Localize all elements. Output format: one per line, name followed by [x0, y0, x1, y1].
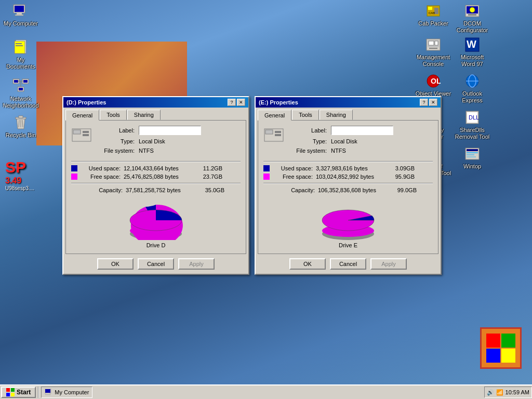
- apply-button-d[interactable]: Apply: [178, 258, 215, 270]
- desktop-icon-label: Wintop: [454, 163, 490, 170]
- used-space-label-e: Used space:: [272, 165, 316, 171]
- svg-text:DLL: DLL: [469, 114, 479, 121]
- ok-button-d[interactable]: OK: [97, 258, 134, 270]
- filesystem-row: File system: NTFS: [97, 148, 241, 154]
- disk-info-rows-e: Label: Type: Local Disk File system: NTF…: [289, 126, 433, 157]
- free-space-bytes-e: 103,024,852,992 bytes: [316, 174, 389, 180]
- filesystem-label: File system:: [97, 148, 139, 154]
- tab-tools[interactable]: Tools: [100, 110, 127, 120]
- type-label-e: Type:: [289, 138, 331, 144]
- svg-rect-21: [19, 116, 23, 118]
- filesystem-label-e: File system:: [289, 148, 331, 154]
- dialog-e-titlebar: (E:) Properties ? ✕: [256, 97, 441, 108]
- label-row: Label:: [97, 126, 241, 135]
- svg-rect-37: [429, 48, 437, 49]
- capacity-size: 35.0GB: [198, 187, 224, 193]
- type-row-e: Type: Local Disk: [289, 138, 433, 144]
- svg-rect-86: [6, 393, 10, 396]
- svg-rect-3: [15, 15, 23, 16]
- tab-sharing[interactable]: Sharing: [127, 110, 161, 120]
- free-space-row-e: Free space: 103,024,852,992 bytes 95.9GB: [263, 174, 433, 180]
- desktop-icon-recycle-bin[interactable]: Recycle Bin: [3, 114, 39, 139]
- tab-general-e[interactable]: General: [258, 110, 291, 121]
- svg-rect-60: [467, 156, 476, 157]
- desktop: My Computer My Documents: [0, 0, 532, 384]
- free-space-bytes: 25,476,825,088 bytes: [124, 174, 196, 180]
- desktop-icon-label: DCOM Configurator: [454, 20, 490, 34]
- disk-info-rows: Label: Type: Local Disk File system: NTF…: [97, 126, 241, 157]
- tab-tools-e[interactable]: Tools: [292, 110, 319, 120]
- label-input[interactable]: [139, 126, 201, 135]
- apply-button-e[interactable]: Apply: [370, 258, 407, 270]
- used-color-dot: [71, 165, 77, 171]
- desktop-icon-object-viewer[interactable]: OL Object Viewer: [415, 73, 451, 97]
- dialog-e-properties: (E:) Properties ? ✕ General Tools Sharin…: [255, 96, 442, 275]
- desktop-icon-label: Management Console: [415, 54, 451, 68]
- svg-rect-84: [6, 388, 10, 392]
- type-label: Type:: [97, 138, 139, 144]
- svg-rect-14: [23, 80, 28, 83]
- desktop-icon-my-computer[interactable]: My Computer: [3, 3, 39, 27]
- cancel-button-e[interactable]: Cancel: [330, 258, 366, 270]
- used-space-size-e: 3.09GB: [389, 165, 415, 171]
- help-btn[interactable]: ?: [228, 99, 236, 106]
- divider-e-2: [263, 183, 433, 184]
- desktop-icon-label: Microsoft Word 97: [454, 54, 490, 68]
- free-space-size: 23.7GB: [196, 174, 222, 180]
- ok-button-e[interactable]: OK: [289, 258, 326, 270]
- capacity-row: Capacity: 37,581,258,752 bytes 35.0GB: [71, 187, 241, 193]
- desktop-icon-word[interactable]: W Microsoft Word 97: [454, 36, 490, 68]
- used-space-bytes-e: 3,327,983,616 bytes: [316, 165, 389, 171]
- taskbar: Start My Computer 🔊 📶 10:59 AM: [0, 384, 532, 399]
- svg-rect-12: [14, 80, 18, 83]
- disk-icon-e: [263, 126, 284, 145]
- close-btn[interactable]: ✕: [237, 99, 245, 106]
- dialog-d-tabs: General Tools Sharing: [63, 108, 248, 120]
- svg-rect-66: [73, 130, 81, 134]
- pie-chart-d: Drive D: [71, 198, 241, 248]
- desktop-icon-my-documents[interactable]: My Documents: [3, 39, 39, 70]
- start-button[interactable]: Start: [1, 387, 36, 398]
- desktop-icon-wintop[interactable]: Wintop: [454, 145, 490, 170]
- system-tray: 🔊 📶 10:59 AM: [484, 387, 532, 398]
- start-label: Start: [17, 389, 31, 396]
- used-space-bytes: 12,104,433,664 bytes: [124, 165, 196, 171]
- desktop-icon-outlook[interactable]: Outlook Express: [454, 73, 490, 104]
- tab-general[interactable]: General: [65, 110, 99, 121]
- free-color-dot: [71, 174, 77, 180]
- desktop-icon-mgmt-console[interactable]: Management Console: [415, 36, 451, 68]
- desktop-icon-sharedlls[interactable]: DLL ShareDlls Removal Tool: [454, 109, 490, 140]
- svg-rect-57: [467, 149, 478, 151]
- svg-rect-87: [11, 393, 15, 396]
- svg-rect-10: [16, 45, 23, 46]
- free-space-size-e: 95.9GB: [389, 174, 415, 180]
- svg-rect-85: [11, 388, 15, 392]
- used-space-size: 11.2GB: [196, 165, 222, 171]
- capacity-bytes-e: 106,352,836,608 bytes: [318, 187, 391, 193]
- tab-sharing-e[interactable]: Sharing: [320, 110, 353, 120]
- desktop-icon-cab-packer[interactable]: CAB Cab Packer: [415, 3, 451, 27]
- used-space-row-e: Used space: 3,327,983,616 bytes 3.09GB: [263, 165, 433, 171]
- titlebar-buttons-e: ? ✕: [420, 99, 437, 106]
- titlebar-buttons: ? ✕: [228, 99, 245, 106]
- svg-rect-58: [467, 152, 478, 153]
- taskbar-divider: [38, 387, 39, 398]
- help-btn-e[interactable]: ?: [420, 99, 428, 106]
- close-btn-e[interactable]: ✕: [429, 99, 437, 106]
- svg-rect-2: [17, 13, 22, 15]
- cancel-button-d[interactable]: Cancel: [138, 258, 174, 270]
- dialog-e-content: Label: Type: Local Disk File system: NTF…: [258, 120, 438, 254]
- desktop-icon-network[interactable]: Network Neighborhood: [3, 78, 39, 109]
- drive-d-label: Drive D: [71, 242, 241, 248]
- svg-rect-68: [83, 134, 89, 136]
- desktop-icon-label: My Documents: [3, 57, 39, 70]
- disk-info-section: Label: Type: Local Disk File system: NTF…: [71, 126, 241, 157]
- svg-rect-91: [45, 394, 50, 395]
- taskbar-my-computer[interactable]: My Computer: [41, 387, 92, 398]
- svg-rect-77: [275, 134, 281, 136]
- desktop-icon-dcom[interactable]: DCOM Configurator: [454, 3, 490, 34]
- label-input-e[interactable]: [331, 126, 393, 135]
- free-space-row: Free space: 25,476,825,088 bytes 23.7GB: [71, 174, 241, 180]
- used-space-row: Used space: 12,104,433,664 bytes 11.2GB: [71, 165, 241, 171]
- dialog-d-titlebar: (D:) Properties ? ✕: [63, 97, 248, 108]
